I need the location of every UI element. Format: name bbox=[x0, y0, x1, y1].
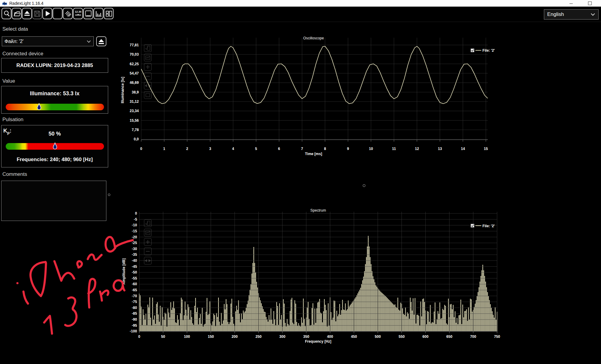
minimize-button[interactable] bbox=[565, 0, 577, 7]
zoom-search-button[interactable] bbox=[2, 8, 11, 19]
svg-text:750: 750 bbox=[494, 335, 500, 339]
y-axis-label: Illuminance [lx] bbox=[121, 77, 125, 103]
svg-text:0: 0 bbox=[140, 147, 142, 151]
svg-text:250: 250 bbox=[255, 335, 262, 339]
svg-text:38,9: 38,9 bbox=[132, 90, 139, 94]
select-data-label: Select data bbox=[2, 26, 28, 32]
legend: File: '2' bbox=[471, 224, 495, 228]
save-icon bbox=[34, 10, 41, 17]
legend: File: '2' bbox=[471, 48, 495, 53]
legend-label: File: '2' bbox=[483, 48, 495, 53]
frequencies-value: Frequencies: 240; 480; 960 [Hz] bbox=[2, 157, 108, 163]
value-box: Illuminance: 53.3 lx bbox=[1, 86, 108, 114]
minimize-icon bbox=[569, 2, 573, 5]
svg-text:-60: -60 bbox=[132, 282, 137, 286]
oscilloscope-view-icon bbox=[85, 10, 92, 17]
spectrum-view-button[interactable] bbox=[93, 8, 103, 19]
illuminance-marker[interactable] bbox=[37, 103, 41, 111]
panel-layout-button[interactable] bbox=[104, 8, 114, 19]
eject-device-button[interactable] bbox=[22, 8, 32, 19]
eject-device-icon bbox=[23, 10, 31, 17]
oscilloscope-view-button[interactable] bbox=[83, 8, 93, 19]
svg-text:-35: -35 bbox=[132, 252, 137, 257]
svg-text:54,47: 54,47 bbox=[130, 71, 139, 75]
maximize-button[interactable] bbox=[584, 0, 596, 7]
comments-label: Comments bbox=[2, 171, 27, 177]
comments-input[interactable] bbox=[1, 181, 106, 221]
chart-title: Oscilloscope bbox=[303, 36, 324, 40]
value-display-icon: 12.34 bbox=[75, 10, 82, 17]
svg-text:-30: -30 bbox=[132, 247, 137, 251]
save-button[interactable] bbox=[32, 8, 42, 19]
pulsation-marker[interactable] bbox=[53, 142, 57, 150]
svg-text:13: 13 bbox=[438, 147, 442, 151]
chevron-down-icon bbox=[590, 13, 595, 16]
language-select[interactable]: English bbox=[544, 9, 599, 20]
oscilloscope-chart[interactable]: Oscilloscope01234567891011121314150,07,7… bbox=[114, 23, 601, 186]
y-axis-label: Amplitude [dB] bbox=[122, 258, 126, 284]
chart-tools bbox=[144, 219, 151, 264]
checklist-tool-icon[interactable] bbox=[144, 219, 151, 227]
svg-text:300: 300 bbox=[279, 335, 286, 339]
connected-device-label: Connected device bbox=[2, 51, 43, 57]
toolbar: 12.34 bbox=[0, 7, 601, 22]
comments-resize-handle[interactable] bbox=[108, 194, 110, 196]
svg-text:2: 2 bbox=[186, 147, 188, 151]
svg-text:12: 12 bbox=[415, 147, 419, 151]
svg-text:0: 0 bbox=[135, 211, 137, 216]
image-tool-icon[interactable] bbox=[144, 54, 151, 61]
svg-text:100: 100 bbox=[184, 335, 190, 339]
svg-text:-80: -80 bbox=[132, 306, 137, 310]
svg-text:15,56: 15,56 bbox=[130, 118, 139, 123]
spectrum-bars bbox=[139, 236, 497, 332]
svg-text:400: 400 bbox=[327, 335, 333, 339]
svg-text:-45: -45 bbox=[132, 265, 137, 269]
hatch-filter-icon bbox=[64, 10, 72, 17]
image-tool-icon[interactable] bbox=[144, 229, 151, 236]
svg-text:600: 600 bbox=[423, 335, 429, 339]
svg-text:50: 50 bbox=[161, 335, 165, 339]
legend-checkbox[interactable] bbox=[471, 224, 474, 227]
svg-text:4: 4 bbox=[232, 147, 234, 151]
eject-button[interactable] bbox=[96, 36, 106, 46]
svg-text:700: 700 bbox=[470, 335, 477, 339]
svg-text:-90: -90 bbox=[132, 317, 137, 322]
zoom-out-tool-icon[interactable] bbox=[144, 73, 151, 80]
svg-text:650: 650 bbox=[446, 335, 453, 339]
zoom-in-tool-icon[interactable] bbox=[144, 238, 151, 246]
chart-tools bbox=[144, 44, 151, 99]
open-file-button[interactable] bbox=[12, 8, 22, 19]
pulsation-box: Kp: 50 % Frequencies: 240; 480; 960 [Hz] bbox=[1, 125, 108, 167]
play-icon bbox=[44, 10, 51, 17]
svg-text:12.34: 12.34 bbox=[75, 10, 81, 13]
grid bbox=[141, 38, 488, 139]
file-select-dropdown[interactable]: Файл: '2' bbox=[2, 36, 94, 46]
fit-tool-icon[interactable] bbox=[144, 257, 151, 264]
svg-text:46,69: 46,69 bbox=[130, 81, 139, 85]
value-display-button[interactable]: 12.34 bbox=[73, 8, 83, 19]
svg-text:10: 10 bbox=[369, 147, 373, 151]
legend-checkbox[interactable] bbox=[471, 49, 474, 52]
checklist-tool-icon[interactable] bbox=[144, 44, 151, 52]
x-axis bbox=[141, 140, 488, 142]
svg-text:-5: -5 bbox=[134, 217, 137, 222]
waveform-mode-button[interactable] bbox=[53, 8, 63, 19]
svg-text:-65: -65 bbox=[132, 288, 137, 292]
maximize-icon bbox=[588, 1, 592, 5]
svg-text:11: 11 bbox=[392, 147, 396, 151]
spectrum-chart[interactable]: Spectrum05010015020025030035040045050055… bbox=[114, 186, 601, 364]
waveform-mode-icon bbox=[54, 10, 61, 17]
title-bar: RadexLight 1.16.4 bbox=[0, 0, 601, 7]
hatch-filter-button[interactable] bbox=[63, 8, 73, 19]
svg-text:500: 500 bbox=[375, 335, 381, 339]
window-title: RadexLight 1.16.4 bbox=[9, 1, 44, 6]
svg-text:450: 450 bbox=[351, 335, 357, 339]
pulsation-label: Pulsation bbox=[2, 117, 23, 123]
play-button[interactable] bbox=[42, 8, 52, 19]
export-tool-icon[interactable] bbox=[144, 91, 151, 99]
zoom-in-tool-icon[interactable] bbox=[144, 63, 151, 70]
svg-text:1: 1 bbox=[163, 147, 165, 151]
pulsation-gauge bbox=[6, 143, 104, 150]
x-axis-label: Frequency [Hz] bbox=[305, 339, 331, 344]
file-select-value: Файл: '2' bbox=[5, 39, 23, 44]
